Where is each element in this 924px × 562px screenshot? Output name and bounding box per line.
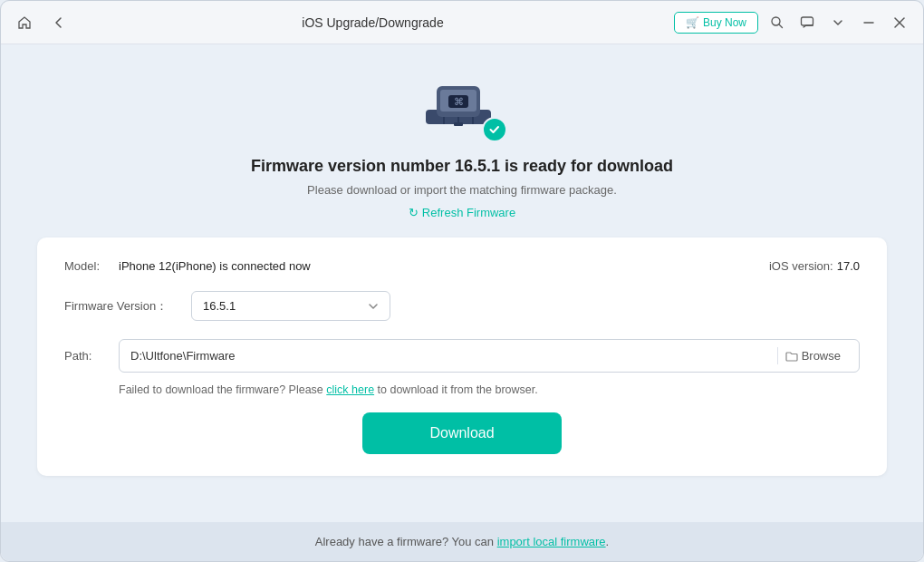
titlebar-right-controls: 🛒 Buy Now	[674, 10, 912, 35]
import-local-firmware-link[interactable]: import local firmware	[497, 535, 606, 548]
model-label: Model:	[64, 259, 119, 273]
svg-rect-14	[454, 122, 463, 126]
ios-version-value: 17.0	[837, 259, 860, 273]
browse-button[interactable]: Browse	[777, 347, 848, 364]
svg-line-1	[779, 24, 783, 28]
path-value: D:\Ultfone\Firmware	[130, 349, 770, 363]
cart-icon: 🛒	[686, 16, 699, 29]
refresh-firmware-link[interactable]: ↻ Refresh Firmware	[409, 206, 515, 219]
firmware-version-select[interactable]: 16.5.1	[191, 291, 390, 321]
click-here-link[interactable]: click here	[326, 383, 374, 396]
error-suffix: to download it from the browser.	[374, 383, 538, 396]
path-row: Path: D:\Ultfone\Firmware Browse	[64, 339, 860, 373]
main-content: ⌘ Firmware version number 16.5.1 is read…	[1, 44, 923, 522]
error-row: Failed to download the firmware? Please …	[64, 383, 860, 396]
chat-icon[interactable]	[794, 10, 820, 35]
path-label: Path:	[64, 349, 119, 363]
back-icon[interactable]	[46, 10, 72, 35]
firmware-version-label: Firmware Version：	[64, 298, 191, 315]
svg-rect-2	[802, 17, 813, 25]
check-badge	[482, 117, 507, 142]
buy-now-button[interactable]: 🛒 Buy Now	[674, 12, 758, 34]
footer: Already have a firmware? You can import …	[1, 522, 923, 561]
hero-icon-area: ⌘	[417, 70, 507, 142]
refresh-firmware-label: Refresh Firmware	[422, 206, 515, 219]
chevron-down-icon[interactable]	[825, 10, 851, 35]
svg-text:⌘: ⌘	[454, 96, 464, 107]
footer-text: Already have a firmware? You can	[315, 535, 497, 548]
ios-version-label: iOS version:	[769, 259, 833, 273]
home-icon[interactable]	[12, 10, 37, 35]
error-text: Failed to download the firmware? Please	[119, 383, 326, 396]
refresh-icon: ↻	[409, 206, 419, 219]
path-input-wrapper: D:\Ultfone\Firmware Browse	[119, 339, 860, 373]
search-icon[interactable]	[764, 10, 789, 35]
window-title: iOS Upgrade/Downgrade	[72, 15, 674, 30]
firmware-card: Model: iPhone 12(iPhone) is connected no…	[37, 237, 887, 476]
firmware-version-row: Firmware Version： 16.5.1	[64, 291, 860, 321]
footer-suffix: .	[606, 535, 610, 548]
folder-icon	[785, 350, 798, 363]
model-value: iPhone 12(iPhone) is connected now	[119, 259, 769, 273]
titlebar-left-controls	[12, 10, 72, 35]
select-chevron-icon	[368, 301, 379, 312]
hero-subtitle: Please download or import the matching f…	[307, 183, 617, 197]
hero-title: Firmware version number 16.5.1 is ready …	[251, 157, 673, 176]
minimize-icon[interactable]	[856, 10, 881, 35]
browse-label: Browse	[802, 349, 841, 363]
download-button[interactable]: Download	[362, 412, 562, 454]
buy-now-label: Buy Now	[703, 16, 746, 29]
close-icon[interactable]	[887, 10, 912, 35]
model-row: Model: iPhone 12(iPhone) is connected no…	[64, 259, 860, 273]
titlebar: iOS Upgrade/Downgrade 🛒 Buy Now	[1, 1, 923, 44]
firmware-version-selected: 16.5.1	[203, 299, 236, 313]
